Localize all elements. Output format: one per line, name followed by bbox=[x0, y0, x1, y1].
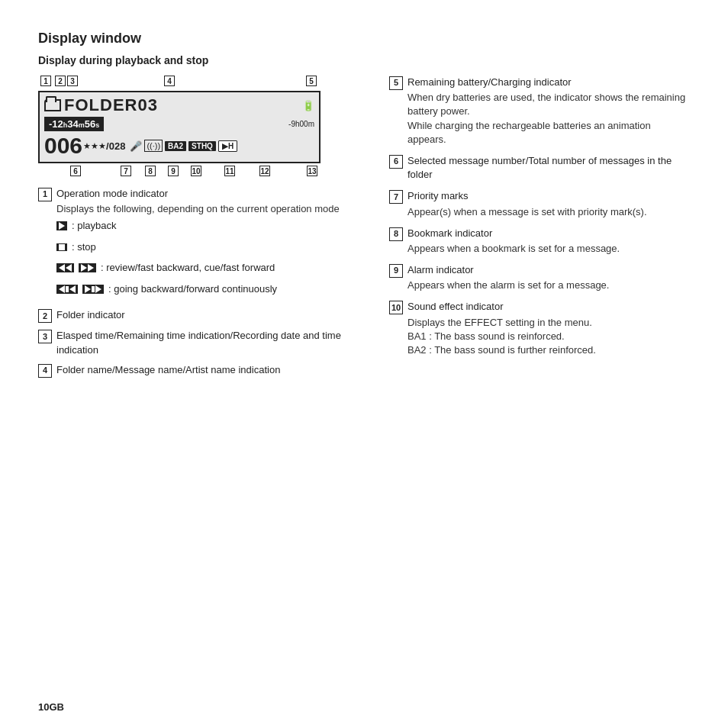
sub-item-cont: : going backward/forward continuously bbox=[56, 282, 366, 297]
wireless-icon: ((·)) bbox=[144, 140, 163, 152]
stop-icon-box bbox=[56, 243, 67, 251]
battery-icon: 🔋 bbox=[302, 100, 314, 111]
item-title-3: Elasped time/Remaining time indication/R… bbox=[56, 330, 341, 355]
rew-icon-box bbox=[56, 263, 74, 272]
list-item-1: 1 Operation mode indicator Displays the … bbox=[38, 187, 366, 302]
right-item-title-9: Alarm indicator bbox=[407, 264, 474, 275]
diag-label-5: 5 bbox=[306, 76, 317, 86]
play-icon-box bbox=[56, 221, 67, 230]
right-item-num-8: 8 bbox=[389, 227, 403, 241]
ba2-badge: BA2 bbox=[165, 141, 186, 151]
right-item-desc-5: When dry batteries are used, the indicat… bbox=[407, 91, 690, 147]
diag-label-10: 10 bbox=[191, 166, 201, 176]
sub-item-play: : playback bbox=[56, 218, 366, 234]
diag-label-6: 6 bbox=[70, 166, 81, 176]
rewff-label: : review/fast backward, cue/fast forward bbox=[101, 260, 275, 275]
h-badge: ▶H bbox=[218, 140, 237, 152]
item-title-1: Operation mode indicator bbox=[56, 188, 168, 199]
right-item-title-6: Selected message number/Total number of … bbox=[407, 155, 672, 180]
diag-label-4: 4 bbox=[164, 76, 175, 86]
right-item-list: 5 Remaining battery/Charging indicator W… bbox=[389, 76, 690, 357]
right-item-title-10: Sound effect indicator bbox=[407, 301, 504, 312]
item-num-1: 1 bbox=[38, 188, 52, 201]
priority-stars: ★★★ bbox=[83, 141, 106, 151]
message-number: 006 bbox=[44, 133, 82, 159]
item-title-2: Folder indicator bbox=[56, 309, 125, 321]
page-number: 10GB bbox=[38, 701, 64, 713]
remaining-time: -9h00m bbox=[288, 120, 314, 128]
folder-name: FOLDER03 bbox=[64, 95, 158, 115]
right-item-num-6: 6 bbox=[389, 155, 403, 169]
page-title: Display window bbox=[38, 31, 690, 47]
right-item-desc-7: Appear(s) when a message is set with pri… bbox=[407, 205, 690, 219]
sub-item-stop: : stop bbox=[56, 240, 366, 255]
list-item-3: 3 Elasped time/Remaining time indication… bbox=[38, 329, 366, 356]
folder-icon bbox=[44, 99, 61, 111]
stop-label: : stop bbox=[72, 240, 96, 255]
cont-label: : going backward/forward continuously bbox=[108, 282, 277, 297]
right-item-num-5: 5 bbox=[389, 76, 403, 90]
diag-label-11: 11 bbox=[224, 166, 235, 176]
right-item-10: 10 Sound effect indicator Displays the E… bbox=[389, 300, 690, 357]
item-num-4: 4 bbox=[38, 364, 52, 378]
diag-label-3: 3 bbox=[67, 76, 78, 86]
right-item-desc-10: Displays the EFFECT setting in the menu.… bbox=[407, 316, 690, 358]
right-item-5: 5 Remaining battery/Charging indicator W… bbox=[389, 76, 690, 147]
right-item-num-7: 7 bbox=[389, 190, 403, 204]
item-title-4: Folder name/Message name/Artist name ind… bbox=[56, 364, 280, 375]
ff-icon-box bbox=[79, 263, 96, 272]
time-display: -12h34m56s bbox=[44, 117, 104, 131]
cont-ff-icon bbox=[82, 285, 104, 294]
diag-label-2: 2 bbox=[55, 76, 66, 86]
right-item-desc-9: Appears when the alarm is set for a mess… bbox=[407, 279, 690, 292]
diag-label-1: 1 bbox=[40, 76, 51, 86]
mic-icon: 🎤 bbox=[130, 140, 142, 152]
right-item-6: 6 Selected message number/Total number o… bbox=[389, 154, 690, 182]
right-item-num-10: 10 bbox=[389, 301, 403, 314]
right-item-desc-8: Appears when a bookmark is set for a mes… bbox=[407, 242, 690, 256]
right-item-num-9: 9 bbox=[389, 264, 403, 278]
diag-label-8: 8 bbox=[145, 166, 156, 176]
play-label: : playback bbox=[72, 218, 117, 234]
right-item-8: 8 Bookmark indicator Appears when a book… bbox=[389, 227, 690, 256]
item-desc-1: Displays the following, depending on the… bbox=[56, 202, 366, 216]
display-diagram: 1 2 3 4 5 FOLDER03 🔋 bbox=[38, 76, 321, 179]
sub-item-rewff: : review/fast backward, cue/fast forward bbox=[56, 260, 366, 275]
left-item-list: 1 Operation mode indicator Displays the … bbox=[38, 187, 366, 378]
right-item-9: 9 Alarm indicator Appears when the alarm… bbox=[389, 263, 690, 292]
left-column: 1 2 3 4 5 FOLDER03 🔋 bbox=[38, 76, 366, 384]
item-num-2: 2 bbox=[38, 309, 52, 323]
diag-label-9: 9 bbox=[168, 166, 179, 176]
sub-list-1: : playback : stop bbox=[56, 218, 366, 296]
page-subtitle: Display during playback and stop bbox=[38, 54, 690, 66]
item-num-3: 3 bbox=[38, 330, 52, 343]
icon-row: 🎤 ((·)) BA2 STHQ ▶H bbox=[130, 140, 237, 152]
right-column: 5 Remaining battery/Charging indicator W… bbox=[389, 76, 690, 384]
lcd-screen: FOLDER03 🔋 -12h34m56s -9h00m 006 ★★★ bbox=[38, 91, 321, 163]
diag-label-12: 12 bbox=[259, 166, 270, 176]
right-item-7: 7 Priority marks Appear(s) when a messag… bbox=[389, 189, 690, 218]
diag-label-7: 7 bbox=[121, 166, 131, 176]
total-messages: /028 bbox=[106, 140, 125, 152]
right-item-title-5: Remaining battery/Charging indicator bbox=[407, 76, 572, 88]
list-item-2: 2 Folder indicator bbox=[38, 308, 366, 323]
right-item-title-7: Priority marks bbox=[407, 190, 468, 201]
right-item-title-8: Bookmark indicator bbox=[407, 227, 492, 239]
sthq-badge: STHQ bbox=[188, 141, 216, 151]
list-item-4: 4 Folder name/Message name/Artist name i… bbox=[38, 363, 366, 378]
cont-rew-icon bbox=[56, 285, 78, 294]
diag-label-13: 13 bbox=[307, 166, 317, 176]
